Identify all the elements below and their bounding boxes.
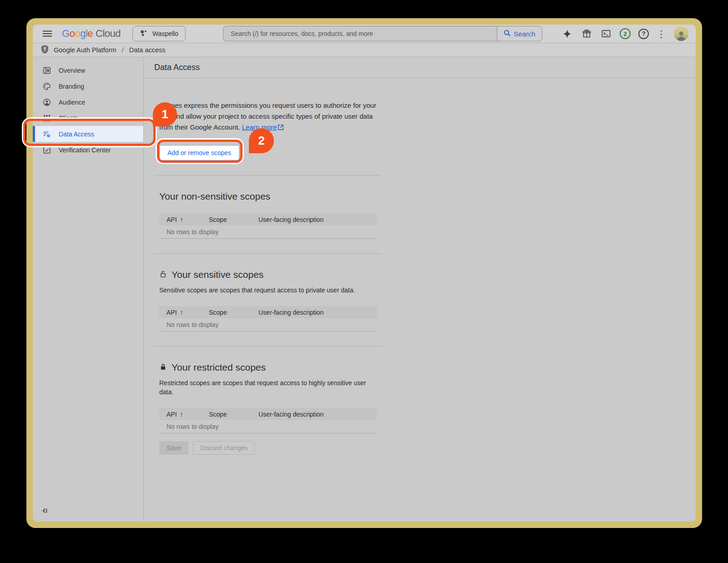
column-api[interactable]: API↑ [159,410,202,418]
scopes-table: API↑ Scope User-facing description No ro… [159,213,377,239]
breadcrumb-separator: / [122,46,124,54]
body: Overview Branding Audience [33,57,696,522]
search-icon [504,30,511,38]
learn-more-link[interactable]: Learn more [242,123,277,131]
column-api[interactable]: API↑ [159,216,202,223]
project-selector[interactable]: Waspello [132,26,186,41]
cloud-shell-icon[interactable] [600,28,612,40]
sidebar-item-branding[interactable]: Branding [33,78,143,94]
column-api[interactable]: API↑ [159,308,202,316]
verified-check-icon [42,146,51,154]
search-input[interactable] [223,26,497,41]
section-description: Sensitive scopes are scopes that request… [159,286,379,295]
notifications-badge[interactable]: 2 [620,28,631,39]
auth-platform-shield-icon [40,45,49,56]
google-cloud-console-window: Google Cloud Waspello Search [33,25,696,522]
breadcrumb-platform[interactable]: Google Auth Platform [54,46,116,54]
data-access-gear-icon [42,130,51,138]
table-header: API↑ Scope User-facing description [159,408,377,420]
avatar[interactable] [674,26,688,41]
intro-text: Scopes express the permissions you reque… [159,100,379,133]
discard-changes-button[interactable]: Discard changes [193,441,255,455]
lock-closed-icon [159,362,167,373]
divider [154,346,381,347]
logo-cloud-text: Cloud [96,28,121,40]
sidebar: Overview Branding Audience [33,57,144,522]
empty-row: No rows to display [159,318,377,332]
non-sensitive-scopes-section: Your non-sensitive scopes API↑ Scope Use… [159,191,696,239]
sidebar-item-clients[interactable]: Clients [33,110,143,126]
empty-row: No rows to display [159,226,377,239]
table-header: API↑ Scope User-facing description [159,306,377,318]
column-description[interactable]: User-facing description [251,411,377,418]
more-options-icon[interactable]: ⋮ [657,29,666,39]
external-link-icon [278,122,283,133]
scopes-table: API↑ Scope User-facing description No ro… [159,408,377,433]
search-button[interactable]: Search [497,26,542,41]
gemini-sparkle-icon[interactable] [561,28,573,40]
google-cloud-logo[interactable]: Google Cloud [62,28,121,40]
main-panel: Data Access Scopes express the permissio… [144,57,696,522]
breadcrumb: Google Auth Platform / Data access [33,43,696,57]
overview-icon [42,66,51,75]
section-title: Your restricted scopes [159,362,696,373]
divider [154,253,381,254]
sidebar-item-overview[interactable]: Overview [33,62,143,78]
grid-icon [42,114,51,122]
gift-icon[interactable] [581,28,592,40]
palette-icon [42,82,51,90]
add-or-remove-scopes-button[interactable]: Add or remove scopes [159,145,239,161]
section-title: Your non-sensitive scopes [159,191,696,202]
column-description[interactable]: User-facing description [251,309,377,316]
project-name: Waspello [152,30,178,37]
page-content: Scopes express the permissions you reque… [144,78,696,522]
search-bar: Search [223,26,542,41]
sidebar-item-verification-center[interactable]: Verification Center [33,142,143,158]
help-icon[interactable]: ? [638,29,649,39]
sidebar-item-audience[interactable]: Audience [33,94,143,110]
project-icon [140,29,147,38]
section-title: Your sensitive scopes [159,269,696,280]
menu-icon[interactable] [43,30,52,37]
person-circle-icon [42,98,51,106]
table-header: API↑ Scope User-facing description [159,213,377,226]
empty-row: No rows to display [159,420,377,433]
sort-ascending-icon: ↑ [180,216,184,223]
column-scope[interactable]: Scope [202,309,251,316]
column-description[interactable]: User-facing description [251,216,377,223]
lock-open-icon [159,269,167,280]
save-button[interactable]: Save [159,441,188,455]
window-frame: Google Cloud Waspello Search [26,18,702,528]
form-actions: Save Discard changes [159,441,696,455]
top-bar-icons: 2 ? ⋮ [561,26,688,41]
sensitive-scopes-section: Your sensitive scopes Sensitive scopes a… [159,269,696,332]
sort-ascending-icon: ↑ [180,308,184,316]
breadcrumb-current: Data access [129,46,166,54]
restricted-scopes-section: Your restricted scopes Restricted scopes… [159,362,696,433]
sort-ascending-icon: ↑ [180,410,184,418]
collapse-sidebar-icon[interactable] [41,507,48,514]
sidebar-item-data-access[interactable]: Data Access [33,126,143,142]
column-scope[interactable]: Scope [202,216,251,223]
divider [154,175,381,176]
screenshot-stage: Google Cloud Waspello Search [0,0,728,563]
column-scope[interactable]: Scope [202,411,251,418]
page-title: Data Access [144,57,696,78]
section-description: Restricted scopes are scopes that reques… [159,378,379,397]
scopes-table: API↑ Scope User-facing description No ro… [159,306,377,332]
top-bar: Google Cloud Waspello Search [33,25,696,43]
